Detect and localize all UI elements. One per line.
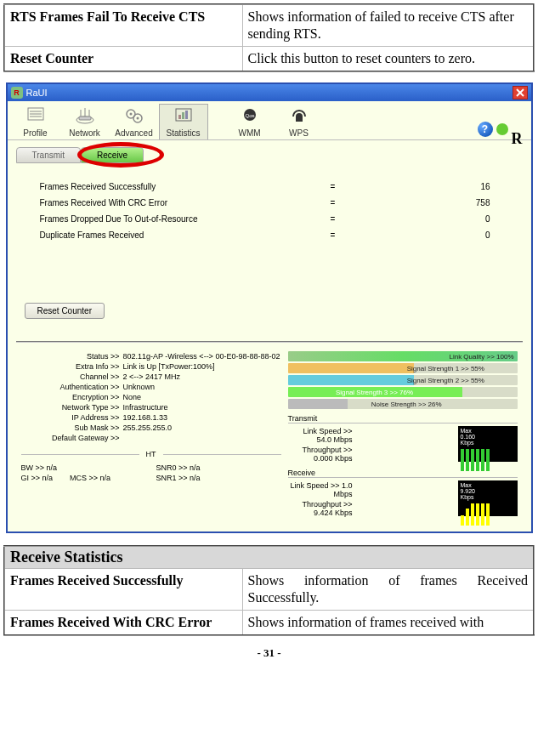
transmit-block: Transmit Link Speed >> 54.0 Mbps Through… [288, 414, 518, 463]
info-lbl: Sub Mask >> [21, 423, 123, 432]
transmit-title: Transmit [288, 414, 518, 423]
stat-row: Duplicate Frames Received = 0 [40, 227, 506, 243]
signal-strength-2-bar: Signal Strength 2 >> 55% [288, 375, 518, 385]
info-val: 2 <--> 2417 MHz [123, 372, 281, 381]
titlebar: R RaUI [8, 84, 531, 101]
stat-label: Frames Received Successfully [40, 182, 320, 191]
toolbar-label: WMM [225, 128, 275, 138]
wmm-icon: Qos [239, 106, 261, 125]
equals: = [320, 182, 346, 191]
equals: = [320, 214, 346, 224]
info-lbl: Default Gateway >> [21, 434, 123, 442]
toolbar-label: Network [60, 128, 110, 138]
tx-link-speed: Link Speed >> 54.0 Mbps [288, 427, 356, 444]
info-lbl: Authentication >> [21, 383, 123, 391]
toolbar-label: Statistics [160, 128, 207, 138]
stat-value: 0 [346, 214, 506, 224]
stat-value: 16 [346, 182, 506, 191]
statistics-icon [173, 106, 195, 125]
info-val: Link is Up [TxPower:100%] [123, 362, 281, 371]
info-lbl: Extra Info >> [21, 362, 123, 371]
row-desc: Click this button to reset counters to z… [242, 47, 534, 72]
svg-point-10 [129, 113, 132, 116]
reset-counter-button[interactable]: Reset Counter [25, 303, 105, 319]
r-corner-label: R [512, 130, 523, 148]
toolbar-network[interactable]: Network [60, 105, 110, 139]
stat-value: 0 [346, 230, 506, 240]
row-label: Frames Received With CRC Error [4, 611, 242, 636]
network-icon [74, 106, 96, 125]
page-number: - 31 - [3, 646, 535, 660]
stat-row: Frames Dropped Due To Out-of-Resource = … [40, 211, 506, 227]
main-toolbar: Profile Network Advanced Statistics Qos … [8, 101, 531, 140]
toolbar-wps[interactable]: WPS [275, 105, 324, 139]
app-window: R RaUI Profile Network Advanced Statisti… [6, 82, 533, 533]
toolbar-statistics[interactable]: Statistics [159, 104, 208, 139]
stat-label: Frames Dropped Due To Out-of-Resource [40, 214, 320, 224]
graph-max: Max [461, 428, 515, 434]
info-val: 255.255.255.0 [123, 423, 281, 432]
noise-strength-bar: Noise Strength >> 26% [288, 399, 518, 409]
section-header: Receive Statistics [4, 546, 534, 569]
info-val [123, 434, 281, 442]
bottom-definition-table: Receive Statistics Frames Received Succe… [3, 545, 535, 636]
ht-bw: BW >> n/a [21, 463, 146, 472]
rx-link-speed: Link Speed >> 1.0 Mbps [288, 481, 356, 498]
ht-divider: HT [21, 450, 281, 458]
status-panel: Status >>802.11g-AP -Wireless <--> 00-E0… [16, 351, 523, 525]
graph-val: 0.160 [461, 434, 515, 440]
top-definition-table: RTS Frames Fail To Receive CTS Shows inf… [3, 3, 535, 72]
info-lbl: Network Type >> [21, 403, 123, 412]
row-desc: Shows information of frames Received Suc… [242, 569, 534, 611]
info-val: Infrastructure [123, 403, 281, 412]
advanced-icon [123, 106, 145, 125]
row-label: RTS Frames Fail To Receive CTS [4, 4, 242, 47]
graph-val: 9.920 [461, 488, 515, 494]
tab-receive[interactable]: Receive [81, 147, 144, 163]
graph-unit: Kbps [461, 440, 515, 446]
tx-throughput: Throughput >> 0.000 Kbps [288, 446, 356, 463]
toolbar-label: Advanced [110, 128, 159, 138]
sub-tabs: Transmit Receive [16, 147, 523, 163]
info-val: 802.11g-AP -Wireless <--> 00-E0-98-88-88… [123, 352, 281, 361]
info-lbl: IP Address >> [21, 413, 123, 422]
equals: = [320, 198, 346, 207]
stat-label: Duplicate Frames Received [40, 230, 320, 240]
link-quality-bar: Link Quality >> 100% [288, 351, 518, 361]
close-icon [516, 88, 524, 97]
tab-transmit[interactable]: Transmit [16, 147, 82, 163]
receive-block: Receive Link Speed >> 1.0 Mbps Throughpu… [288, 469, 518, 518]
help-icon[interactable]: ? [478, 122, 493, 137]
equals: = [320, 230, 346, 240]
window-title: RaUI [26, 88, 48, 98]
tx-graph: Max 0.160 Kbps [458, 426, 518, 462]
info-val: Unknown [123, 383, 281, 391]
graph-max: Max [461, 482, 515, 488]
wps-icon [288, 106, 310, 125]
svg-point-11 [136, 117, 139, 120]
info-lbl: Encryption >> [21, 393, 123, 401]
toolbar-label: Profile [11, 128, 60, 138]
toolbar-profile[interactable]: Profile [11, 105, 60, 139]
row-desc: Shows information of failed to receive C… [242, 4, 534, 47]
profile-icon [25, 106, 47, 125]
ht-gi: GI >> n/a [21, 474, 54, 482]
svg-rect-15 [185, 111, 188, 119]
stat-value: 758 [346, 198, 506, 207]
stat-row: Frames Received Successfully = 16 [40, 179, 506, 195]
toolbar-advanced[interactable]: Advanced [110, 105, 159, 139]
info-lbl: Channel >> [21, 372, 123, 381]
radio-on-icon[interactable] [496, 123, 508, 135]
stat-label: Frames Received With CRC Error [40, 198, 320, 207]
close-button[interactable] [513, 86, 528, 99]
info-val: None [123, 393, 281, 401]
row-label: Reset Counter [4, 47, 242, 72]
signal-panel: Link Quality >> 100% Signal Strength 1 >… [288, 351, 518, 518]
rx-graph: Max 9.920 Kbps [458, 480, 518, 516]
row-label: Frames Received Successfully [4, 569, 242, 611]
ht-mcs: MCS >> n/a [70, 474, 110, 482]
divider [16, 341, 523, 343]
toolbar-wmm[interactable]: Qos WMM [225, 105, 275, 139]
svg-rect-13 [178, 115, 181, 119]
info-val: 192.168.1.33 [123, 413, 281, 422]
